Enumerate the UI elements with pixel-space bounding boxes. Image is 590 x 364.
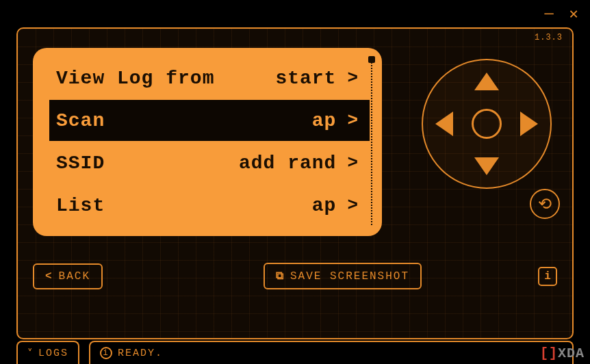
status-text: READY. (118, 348, 163, 359)
main-window: 1.3.3 View Log fromstart>Scanap>SSIDadd … (16, 27, 574, 339)
menu-item-3[interactable]: Listap> (49, 185, 370, 226)
titlebar: — ✕ (0, 0, 590, 27)
dpad-right-icon[interactable] (520, 112, 538, 136)
menu-item-value: start (275, 68, 336, 89)
dpad-down-icon[interactable] (474, 157, 499, 175)
dpad-left-icon[interactable] (435, 112, 453, 136)
undo-icon: ⟲ (538, 194, 552, 214)
info-icon: i (544, 270, 551, 283)
menu-item-value: ap (312, 195, 337, 216)
menu-item-1[interactable]: Scanap> (49, 100, 370, 141)
content-row: View Log fromstart>Scanap>SSIDadd rand>L… (33, 41, 557, 246)
logs-label: LOGS (38, 348, 68, 359)
minimize-button[interactable]: — (541, 5, 557, 23)
menu-item-label: View Log from (56, 68, 275, 89)
watermark-text: XDA (558, 346, 585, 361)
scrollbar-track[interactable] (371, 59, 372, 225)
device-screen: View Log fromstart>Scanap>SSIDadd rand>L… (33, 48, 382, 236)
dpad-center-button[interactable] (472, 109, 502, 139)
undo-button[interactable]: ⟲ (530, 189, 560, 219)
close-button[interactable]: ✕ (565, 5, 582, 23)
save-button-label: SAVE SCREENSHOT (290, 270, 409, 283)
scrollbar-thumb[interactable] (368, 56, 375, 63)
menu-item-0[interactable]: View Log fromstart> (49, 57, 370, 99)
menu-item-value: add rand (239, 153, 336, 174)
back-button[interactable]: < BACK (33, 263, 103, 289)
save-icon: ⧉ (276, 270, 285, 283)
chevron-down-icon: ˅ (27, 347, 34, 360)
dpad (422, 59, 552, 189)
dpad-up-icon[interactable] (474, 73, 499, 90)
save-screenshot-button[interactable]: ⧉ SAVE SCREENSHOT (264, 263, 422, 289)
button-row: < BACK ⧉ SAVE SCREENSHOT i (33, 263, 557, 289)
menu-list: View Log fromstart>Scanap>SSIDadd rand>L… (49, 57, 370, 226)
chevron-right-icon: > (347, 153, 359, 173)
chevron-right-icon: > (347, 110, 359, 131)
logs-button[interactable]: ˅ LOGS (16, 341, 79, 364)
chevron-right-icon: > (347, 68, 359, 88)
bottom-bar: ˅ LOGS i READY. (16, 341, 574, 364)
watermark: []XDA (540, 346, 585, 361)
watermark-bracket: [] (540, 346, 558, 361)
status-info-icon: i (100, 347, 112, 359)
menu-item-label: List (56, 195, 312, 216)
menu-item-2[interactable]: SSIDadd rand> (49, 142, 370, 183)
menu-item-label: Scan (56, 110, 312, 131)
menu-item-label: SSID (56, 153, 239, 174)
chevron-left-icon: < (45, 270, 53, 283)
info-button[interactable]: i (538, 267, 557, 286)
back-button-label: BACK (59, 270, 90, 283)
controls-pane: ⟲ (402, 41, 557, 246)
status-bar: i READY. (89, 341, 574, 364)
chevron-right-icon: > (347, 195, 359, 216)
menu-item-value: ap (312, 110, 337, 131)
